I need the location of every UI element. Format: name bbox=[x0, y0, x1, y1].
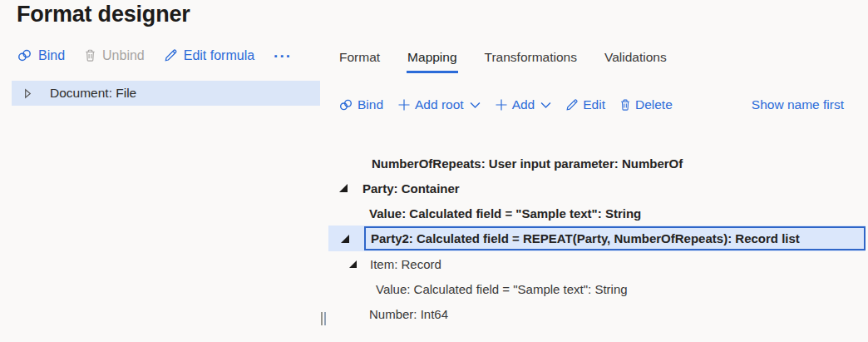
ellipsis-icon: ... bbox=[274, 44, 292, 60]
left-toolbar: Bind Unbind Edit formula ... bbox=[17, 47, 292, 63]
plus-icon bbox=[397, 98, 411, 112]
edit-button[interactable]: Edit bbox=[565, 97, 605, 112]
trash-icon bbox=[84, 48, 96, 62]
tree-row-label: Number: Int64 bbox=[369, 307, 448, 321]
add-label: Add bbox=[512, 97, 535, 112]
tree-row-item[interactable]: Item: Record bbox=[328, 251, 866, 276]
bind-button[interactable]: Bind bbox=[17, 48, 65, 63]
tab-transformations[interactable]: Transformations bbox=[484, 50, 578, 73]
pencil-icon bbox=[565, 98, 579, 112]
tree-row-number[interactable]: Number: Int64 bbox=[328, 301, 866, 326]
edit-formula-label: Edit formula bbox=[184, 48, 254, 63]
delete-button[interactable]: Delete bbox=[619, 97, 673, 112]
tab-mapping[interactable]: Mapping bbox=[407, 50, 457, 73]
tree-row-party[interactable]: Party: Container bbox=[328, 176, 866, 201]
add-root-label: Add root bbox=[415, 97, 464, 112]
triangle-expanded-icon[interactable] bbox=[339, 184, 348, 192]
edit-label: Edit bbox=[583, 97, 605, 112]
tree-row-party2-selected[interactable]: Party2: Calculated field = REPEAT(Party,… bbox=[328, 226, 866, 251]
pane-splitter-grip[interactable] bbox=[321, 312, 328, 325]
tree-row-label: Value: Calculated field = "Sample text":… bbox=[376, 282, 628, 296]
trash-icon bbox=[619, 98, 631, 112]
triangle-expanded-icon[interactable] bbox=[349, 260, 357, 268]
tree-row-label: Item: Record bbox=[370, 257, 441, 271]
link-icon bbox=[338, 98, 353, 112]
chevron-down-icon bbox=[470, 102, 481, 109]
tree-row-item-value[interactable]: Value: Calculated field = "Sample text":… bbox=[328, 276, 866, 301]
link-icon bbox=[17, 48, 32, 62]
tree-row-label: Party: Container bbox=[362, 181, 460, 196]
pencil-icon bbox=[164, 48, 178, 62]
plus-icon bbox=[495, 98, 508, 112]
bind-label: Bind bbox=[358, 97, 383, 112]
tree-row-numberofrepeats[interactable]: NumberOfRepeats: User input parameter: N… bbox=[328, 151, 866, 176]
tree-row-label: Document: File bbox=[50, 86, 136, 101]
tab-validations[interactable]: Validations bbox=[604, 50, 668, 73]
tree-row-party-value[interactable]: Value: Calculated field = "Sample text":… bbox=[328, 201, 866, 226]
edit-formula-button[interactable]: Edit formula bbox=[164, 48, 254, 63]
show-name-first-button[interactable]: Show name first bbox=[752, 97, 844, 112]
unbind-button: Unbind bbox=[84, 48, 145, 63]
unbind-label: Unbind bbox=[102, 48, 145, 63]
page-title: Format designer bbox=[17, 2, 190, 27]
format-designer-page: Format designer Bind Unbind bbox=[0, 0, 868, 342]
bind-label: Bind bbox=[38, 48, 65, 63]
chevron-down-icon bbox=[540, 102, 551, 109]
tree-row-document-file[interactable]: Document: File bbox=[12, 81, 320, 106]
delete-label: Delete bbox=[635, 97, 673, 112]
tab-format[interactable]: Format bbox=[338, 50, 381, 73]
mapping-tree: NumberOfRepeats: User input parameter: N… bbox=[328, 151, 866, 326]
triangle-right-outline-icon[interactable] bbox=[24, 88, 32, 99]
more-options-button[interactable]: ... bbox=[274, 47, 292, 63]
bind-button-mapping[interactable]: Bind bbox=[338, 97, 383, 112]
tree-row-label: Value: Calculated field = "Sample text":… bbox=[369, 206, 641, 221]
tab-bar: Format Mapping Transformations Validatio… bbox=[338, 50, 668, 73]
triangle-expanded-icon[interactable] bbox=[341, 235, 349, 243]
tree-row-label: NumberOfRepeats: User input parameter: N… bbox=[372, 156, 683, 171]
mapping-toolbar: Bind Add root Add bbox=[338, 97, 866, 112]
tree-row-label: Party2: Calculated field = REPEAT(Party,… bbox=[364, 226, 866, 250]
add-button[interactable]: Add bbox=[495, 97, 552, 112]
add-root-button[interactable]: Add root bbox=[397, 97, 481, 112]
